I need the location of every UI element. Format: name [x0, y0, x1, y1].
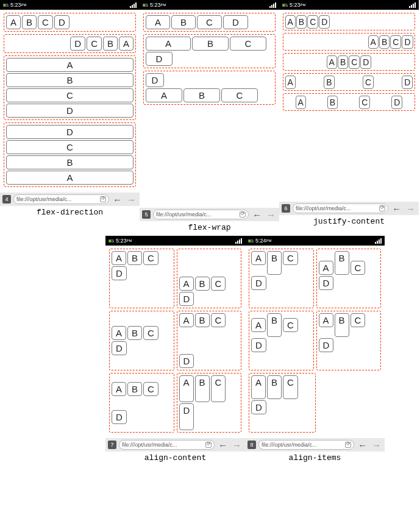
tab-count-badge[interactable]: 6	[282, 204, 290, 213]
demo-justify-center: A B C D	[283, 53, 415, 71]
flex-item: D	[319, 276, 334, 290]
flex-item: B	[267, 375, 282, 399]
flex-item: B	[296, 15, 307, 29]
demo-row-reverse: A B C D	[4, 34, 136, 53]
tab-count-badge[interactable]: 5	[142, 210, 151, 219]
signal-icon	[130, 2, 137, 8]
demo-ai-baseline: A B C D	[316, 311, 382, 370]
browser-toolbar: 6 file:///opt/usr/media/c... ← →	[279, 202, 419, 215]
clock: 5:23	[150, 2, 161, 8]
flex-item: C	[87, 37, 102, 51]
demo-row: A B C D	[4, 13, 136, 32]
flex-item: A	[251, 251, 266, 265]
forward-button[interactable]: →	[231, 441, 243, 450]
refresh-icon[interactable]	[345, 442, 351, 448]
url-field[interactable]: file:///opt/usr/media/c...	[119, 440, 215, 450]
flex-item: A	[112, 326, 126, 340]
panel-align-content: 5:23PM A B C D A B C D A	[105, 236, 245, 466]
back-button[interactable]: ←	[217, 441, 229, 450]
demo-ac-between: A B C D	[177, 311, 242, 370]
status-bar: 5:23PM	[0, 0, 140, 10]
flex-item: A	[6, 58, 133, 72]
refresh-icon[interactable]	[240, 211, 246, 218]
flex-item: A	[179, 277, 194, 291]
status-bar: 5:24PM	[245, 236, 385, 246]
flex-item: B	[195, 277, 210, 291]
flex-item: A	[319, 313, 333, 327]
flex-item: C	[211, 313, 226, 327]
back-button[interactable]: ←	[251, 210, 263, 219]
flex-item: A	[146, 88, 182, 102]
forward-button[interactable]: →	[405, 204, 416, 213]
flex-item: D	[146, 73, 164, 87]
demo-justify-between: A B C D	[283, 73, 415, 91]
demo-ac-around: A B C D	[109, 373, 174, 433]
clock: 5:23	[10, 2, 21, 8]
demo-ac-start: A B C D	[109, 249, 174, 308]
battery-icon	[282, 4, 287, 7]
tab-count-badge[interactable]: 8	[247, 441, 256, 449]
flex-item: D	[319, 338, 334, 352]
status-bar: 5:23PM	[279, 0, 419, 10]
panel-align-items: 5:24PM A B C D A B C D A	[245, 236, 385, 466]
flex-item: D	[112, 410, 127, 424]
refresh-icon[interactable]	[205, 442, 212, 448]
back-button[interactable]: ←	[391, 204, 402, 213]
refresh-icon[interactable]	[100, 196, 106, 202]
status-bar: 5:23PM	[105, 236, 245, 246]
flex-item: A	[251, 375, 266, 399]
tab-count-badge[interactable]: 4	[2, 195, 11, 204]
flex-item: B	[127, 251, 142, 265]
forward-button[interactable]: →	[126, 195, 137, 204]
browser-toolbar: 5 file:///opt/usr/media/c... ← →	[140, 208, 279, 221]
flex-item: C	[307, 15, 318, 29]
demo-ac-center: A B C D	[109, 311, 174, 370]
caption: align-items	[245, 451, 385, 466]
url-field[interactable]: file:///opt/usr/media/c...	[258, 440, 354, 450]
flex-item: A	[6, 171, 133, 185]
back-button[interactable]: ←	[112, 195, 123, 204]
signal-icon	[235, 238, 242, 244]
flex-item: D	[251, 276, 266, 290]
flex-item: A	[285, 15, 296, 29]
demo-ai-end: A B C D	[316, 249, 382, 308]
caption: flex-direction	[0, 206, 140, 221]
flex-item: C	[349, 55, 360, 69]
demo-ai-center: A B C D	[249, 311, 314, 370]
flex-item: C	[211, 375, 226, 402]
panel-justify-content: 5:23PM A B C D A B C D A B C D	[279, 0, 419, 236]
url-field[interactable]: file:///opt/usr/media/c...	[13, 194, 109, 204]
url-field[interactable]: file:///opt/usr/media/c...	[153, 210, 249, 219]
flex-item: A	[179, 375, 194, 402]
flex-item: C	[221, 88, 258, 102]
flex-item: C	[143, 251, 158, 265]
panel-flex-wrap: 5:23PM A B C D A B C D A B C D	[140, 0, 279, 236]
flex-item: B	[6, 73, 133, 87]
flex-item: B	[195, 313, 210, 327]
back-button[interactable]: ←	[357, 441, 368, 450]
flex-item: B	[22, 15, 37, 29]
flex-item: C	[143, 382, 158, 396]
battery-icon	[143, 4, 148, 7]
flex-item: B	[379, 35, 390, 49]
flex-item: A	[119, 37, 133, 51]
url-field[interactable]: file:///opt/usr/media/c...	[293, 204, 388, 213]
signal-icon	[409, 2, 416, 8]
flex-item: A	[327, 55, 337, 69]
battery-icon	[248, 239, 253, 243]
tab-count-badge[interactable]: 7	[108, 441, 116, 449]
flex-item: B	[192, 37, 229, 51]
flex-item: C	[283, 251, 298, 265]
flex-item: D	[360, 55, 371, 69]
caption: justify-content	[279, 215, 419, 230]
flex-item: D	[319, 15, 330, 29]
clock: 5:23	[116, 238, 127, 244]
flex-item: C	[38, 15, 53, 29]
refresh-icon[interactable]	[379, 205, 385, 211]
forward-button[interactable]: →	[371, 441, 382, 450]
demo-ai-start: A B C D	[249, 249, 314, 308]
flex-item: D	[391, 96, 402, 109]
flex-item: D	[6, 125, 133, 139]
flex-item: B	[183, 88, 220, 102]
forward-button[interactable]: →	[265, 210, 277, 219]
